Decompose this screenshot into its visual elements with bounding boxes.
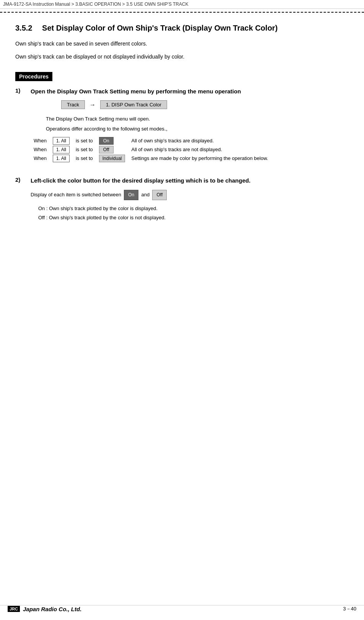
btn-1all-on[interactable]: 1. All bbox=[53, 137, 70, 145]
body-text-1: Own ship's track can be saved in seven d… bbox=[15, 39, 349, 48]
step-1-number: 1) bbox=[15, 87, 24, 94]
breadcrumb-text: JMA-9172-SA Instruction Manual > 3.BASIC… bbox=[3, 2, 188, 7]
btn-individual-mode[interactable]: Individual bbox=[99, 155, 125, 162]
section-title: 3.5.2 Set Display Color of Own Ship's Tr… bbox=[15, 23, 349, 33]
step-1-desc1: The Display Own Track Setting menu will … bbox=[46, 115, 349, 123]
dashed-divider bbox=[0, 12, 364, 13]
section-title-text: Set Display Color of Own Ship's Track (D… bbox=[42, 24, 278, 32]
switch-desc-text: Display of each item is switched between bbox=[31, 192, 121, 197]
mode-on-desc: All of own ship's tracks are displayed. bbox=[128, 136, 271, 145]
main-content: 3.5.2 Set Display Color of Own Ship's Tr… bbox=[0, 19, 364, 245]
modes-table: When 1. All is set to On All of own ship… bbox=[31, 136, 271, 163]
step-2-content: Display of each item is switched between… bbox=[31, 190, 349, 222]
footer: JRC Japan Radio Co., Ltd. 3－40 bbox=[0, 605, 364, 612]
step-2-title: Left-click the color button for the desi… bbox=[31, 176, 250, 185]
on-detail-text: On : Own ship's track plotted by the col… bbox=[38, 204, 349, 213]
section-number: 3.5.2 bbox=[15, 24, 32, 32]
company-name: Japan Radio Co., Ltd. bbox=[23, 606, 81, 612]
btn-on-mode[interactable]: On bbox=[99, 137, 114, 145]
mode-row-on: When 1. All is set to On All of own ship… bbox=[31, 136, 271, 145]
btn-1all-off[interactable]: 1. All bbox=[53, 146, 70, 153]
step-1-desc2: Operations differ according to the follo… bbox=[46, 125, 349, 133]
is-set-to-1: is set to bbox=[73, 136, 96, 145]
switch-desc: Display of each item is switched between… bbox=[31, 190, 349, 201]
arrow: → bbox=[89, 101, 96, 108]
step-1: 1) Open the Display Own Track Setting me… bbox=[15, 87, 349, 163]
when-label-3: When bbox=[31, 154, 50, 163]
when-label-2: When bbox=[31, 145, 50, 154]
is-set-to-3: is set to bbox=[73, 154, 96, 163]
disp-own-track-color-button[interactable]: 1. DISP Own Track Color bbox=[100, 100, 167, 109]
breadcrumb: JMA-9172-SA Instruction Manual > 3.BASIC… bbox=[0, 0, 364, 9]
btn-1all-individual[interactable]: 1. All bbox=[53, 155, 70, 162]
menu-flow: Track → 1. DISP Own Track Color bbox=[61, 100, 349, 109]
mode-row-individual: When 1. All is set to Individual Setting… bbox=[31, 154, 271, 163]
mode-off-desc: All of own ship's tracks are not display… bbox=[128, 145, 271, 154]
off-detail-text: Off : Own ship's track plotted by the co… bbox=[38, 213, 349, 222]
step-2-header: 2) Left-click the color button for the d… bbox=[15, 176, 349, 185]
page-number: 3－40 bbox=[343, 605, 356, 612]
btn-off-mode[interactable]: Off bbox=[99, 146, 114, 153]
body-text-2: Own ship's track can be displayed or not… bbox=[15, 52, 349, 61]
step-2: 2) Left-click the color button for the d… bbox=[15, 176, 349, 222]
when-label-1: When bbox=[31, 136, 50, 145]
procedures-badge: Procedures bbox=[15, 72, 52, 81]
step-1-content: Track → 1. DISP Own Track Color The Disp… bbox=[31, 100, 349, 163]
step-1-header: 1) Open the Display Own Track Setting me… bbox=[15, 87, 349, 96]
is-set-to-2: is set to bbox=[73, 145, 96, 154]
step-1-title: Open the Display Own Track Setting menu … bbox=[31, 87, 241, 96]
btn-off-example[interactable]: Off bbox=[152, 190, 167, 201]
and-label: and bbox=[141, 192, 150, 197]
footer-logo: JRC Japan Radio Co., Ltd. bbox=[8, 606, 81, 612]
jrc-badge: JRC bbox=[8, 606, 20, 612]
step-2-number: 2) bbox=[15, 176, 24, 183]
mode-row-off: When 1. All is set to Off All of own shi… bbox=[31, 145, 271, 154]
mode-individual-desc: Settings are made by color by performing… bbox=[128, 154, 271, 163]
btn-on-example[interactable]: On bbox=[124, 190, 138, 201]
track-button[interactable]: Track bbox=[61, 100, 85, 109]
on-detail: On : Own ship's track plotted by the col… bbox=[38, 204, 349, 222]
